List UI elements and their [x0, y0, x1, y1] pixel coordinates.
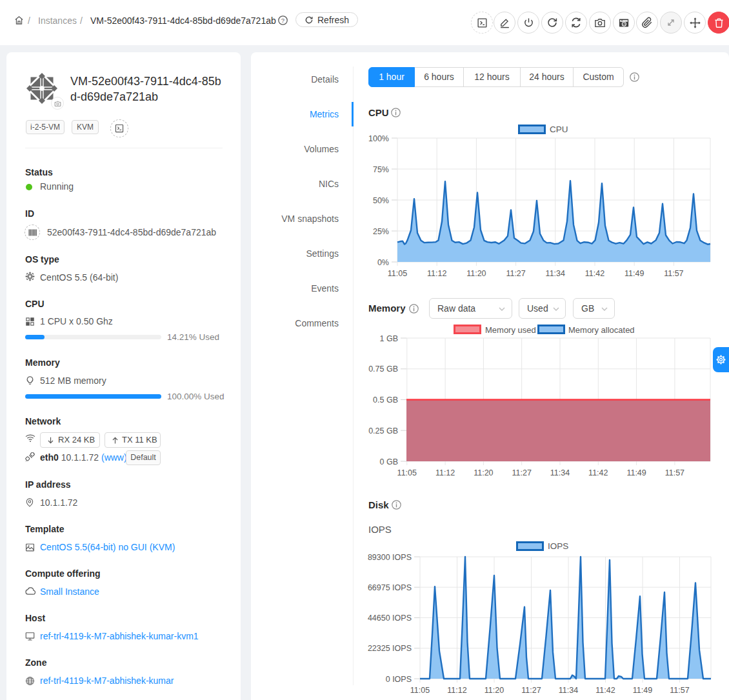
svg-text:11:20: 11:20 — [474, 468, 493, 477]
svg-text:50%: 50% — [373, 196, 389, 205]
svg-text:11:57: 11:57 — [670, 686, 689, 695]
svg-text:11:27: 11:27 — [521, 686, 541, 695]
svg-text:11:34: 11:34 — [550, 468, 570, 477]
svg-text:11:12: 11:12 — [447, 686, 466, 695]
svg-text:11:20: 11:20 — [484, 686, 504, 695]
svg-text:22325 IOPS: 22325 IOPS — [368, 644, 412, 653]
svg-text:11:57: 11:57 — [664, 269, 683, 278]
svg-text:11:42: 11:42 — [588, 468, 608, 477]
svg-text:11:34: 11:34 — [559, 686, 578, 695]
svg-text:11:05: 11:05 — [397, 468, 417, 477]
svg-text:1 GB: 1 GB — [380, 334, 399, 343]
svg-text:11:49: 11:49 — [624, 269, 644, 278]
svg-text:11:27: 11:27 — [506, 269, 525, 278]
svg-text:11:34: 11:34 — [546, 269, 565, 278]
svg-text:89300 IOPS: 89300 IOPS — [368, 553, 412, 562]
svg-text:100%: 100% — [368, 134, 389, 143]
svg-text:0 GB: 0 GB — [380, 457, 399, 466]
svg-text:11:05: 11:05 — [410, 686, 430, 695]
svg-text:0.25 GB: 0.25 GB — [368, 426, 398, 435]
svg-text:11:05: 11:05 — [388, 269, 407, 278]
svg-text:?: ? — [281, 17, 285, 24]
svg-text:11:49: 11:49 — [633, 686, 652, 695]
svg-text:11:12: 11:12 — [435, 468, 455, 477]
svg-text:0.75 GB: 0.75 GB — [368, 365, 398, 374]
svg-text:66975 IOPS: 66975 IOPS — [368, 583, 412, 592]
svg-text:0 IOPS: 0 IOPS — [386, 675, 412, 684]
svg-text:11:20: 11:20 — [466, 269, 486, 278]
svg-text:0%: 0% — [377, 258, 389, 267]
svg-text:75%: 75% — [373, 165, 389, 174]
svg-text:11:27: 11:27 — [512, 468, 532, 477]
svg-text:0.5 GB: 0.5 GB — [373, 395, 398, 405]
svg-text:11:49: 11:49 — [626, 468, 646, 477]
svg-text:11:12: 11:12 — [427, 269, 446, 278]
svg-text:11:42: 11:42 — [585, 269, 604, 278]
svg-text:11:42: 11:42 — [595, 686, 615, 695]
svg-text:25%: 25% — [373, 227, 389, 236]
svg-text:11:57: 11:57 — [665, 468, 684, 477]
svg-text:44650 IOPS: 44650 IOPS — [368, 614, 412, 623]
